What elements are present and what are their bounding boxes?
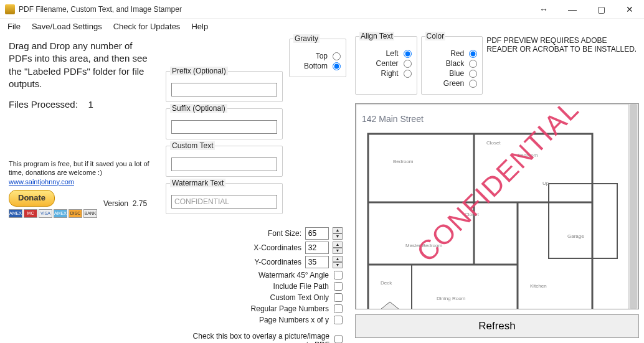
page-x-of-y-check[interactable] bbox=[334, 316, 343, 324]
preview-scrollbar[interactable] bbox=[628, 104, 638, 309]
about-text: This program is free, but if it saved yo… bbox=[9, 159, 154, 177]
menubar: File Save/Load Settings Check for Update… bbox=[0, 19, 644, 34]
version-label: Version 2.75 bbox=[103, 199, 147, 209]
menu-updates[interactable]: Check for Updates bbox=[113, 22, 181, 31]
menu-file[interactable]: File bbox=[7, 22, 21, 31]
align-center-radio[interactable] bbox=[404, 60, 412, 68]
font-down[interactable]: ▼ bbox=[333, 233, 343, 240]
window-title: PDF Filename, Custom Text, and Image Sta… bbox=[19, 5, 529, 14]
watermark-angle-check[interactable] bbox=[334, 271, 343, 280]
prefix-group: Prefix (Optional) bbox=[166, 71, 283, 102]
custom-text-input[interactable] bbox=[171, 157, 277, 171]
include-filepath-check[interactable] bbox=[334, 282, 343, 291]
files-count: 1 bbox=[88, 99, 93, 110]
preview-warning: PDF PREVIEW REQUIRES ADOBE READER OR ACR… bbox=[486, 36, 639, 54]
color-group: Color Red Black Blue Green bbox=[421, 36, 483, 95]
color-black-radio[interactable] bbox=[469, 60, 477, 68]
prefix-input[interactable] bbox=[171, 83, 277, 96]
app-icon bbox=[5, 4, 15, 14]
suffix-input[interactable] bbox=[171, 120, 277, 134]
y-coord-input[interactable] bbox=[305, 256, 329, 268]
suffix-group: Suffix (Optional) bbox=[166, 108, 283, 139]
watermark-text-input[interactable] bbox=[171, 195, 277, 209]
font-size-input[interactable] bbox=[305, 227, 329, 240]
website-link[interactable]: www.saintjohnny.com bbox=[9, 178, 74, 186]
floorplan-drawing: Bedroom Bedroom Closet Closet Master Bed… bbox=[362, 128, 623, 309]
refresh-button[interactable]: Refresh bbox=[355, 314, 639, 338]
preview-address: 142 Main Street bbox=[362, 114, 623, 124]
donate-button[interactable]: Donate bbox=[9, 190, 55, 207]
color-green-radio[interactable] bbox=[469, 80, 477, 88]
align-text-group: Align Text Left Center Right bbox=[355, 36, 417, 95]
maximize-button[interactable]: ▢ bbox=[587, 0, 615, 19]
gravity-bottom-radio[interactable] bbox=[333, 62, 341, 70]
font-up[interactable]: ▲ bbox=[333, 227, 343, 233]
gravity-group: Gravity Top Bottom bbox=[289, 39, 346, 77]
custom-text-group: Custom Text bbox=[166, 146, 283, 177]
watermark-text-group: Watermark Text bbox=[166, 183, 283, 214]
align-right-radio[interactable] bbox=[404, 70, 412, 78]
pdf-preview: 142 Main Street bbox=[355, 103, 639, 309]
drag-drop-text: Drag and Drop any number of PDFs into th… bbox=[9, 40, 154, 90]
files-processed: Files Processed: 1 bbox=[9, 99, 154, 110]
color-blue-radio[interactable] bbox=[469, 70, 477, 78]
align-left-radio[interactable] bbox=[404, 50, 412, 58]
minimize-button[interactable]: — bbox=[558, 0, 587, 19]
move-icon[interactable]: ↔ bbox=[529, 0, 558, 19]
color-red-radio[interactable] bbox=[469, 50, 477, 58]
svg-rect-1 bbox=[549, 184, 617, 258]
svg-marker-8 bbox=[374, 302, 405, 309]
menu-saveload[interactable]: Save/Load Settings bbox=[32, 22, 102, 31]
overlay-image-check[interactable] bbox=[334, 335, 343, 343]
custom-text-only-check[interactable] bbox=[334, 293, 343, 302]
payment-cards: AMEX MC VISA AMEX DISC BANK bbox=[9, 209, 97, 218]
page-numbers-check[interactable] bbox=[334, 304, 343, 313]
menu-help[interactable]: Help bbox=[191, 22, 208, 31]
titlebar: PDF Filename, Custom Text, and Image Sta… bbox=[0, 0, 644, 19]
gravity-top-radio[interactable] bbox=[333, 52, 341, 60]
close-button[interactable]: ✕ bbox=[615, 0, 644, 19]
x-coord-input[interactable] bbox=[305, 242, 329, 254]
